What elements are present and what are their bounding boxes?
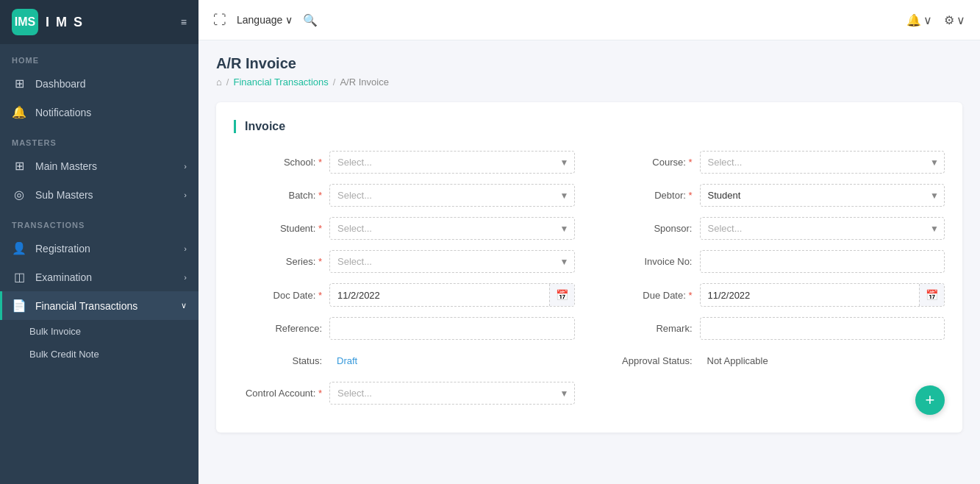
series-select[interactable]: Select... [329, 250, 575, 273]
sidebar-item-label: Registration [35, 243, 90, 255]
doc-date-row: Doc Date: * 📅 [234, 283, 575, 307]
notifications-icon: 🔔 [12, 105, 26, 119]
expand-icon[interactable]: ⛶ [213, 13, 226, 28]
debtor-row: Debtor: * Student ▼ [604, 184, 945, 207]
doc-date-input-wrapper: 📅 [329, 283, 575, 307]
chevron-right-icon: › [184, 273, 187, 282]
chevron-down-icon: ∨ [285, 14, 293, 26]
sidebar-item-label: Main Masters [35, 160, 97, 172]
sidebar-item-dashboard[interactable]: ⊞ Dashboard [0, 69, 198, 98]
sidebar-sub-item-bulk-invoice[interactable]: Bulk Invoice [0, 320, 198, 343]
sub-masters-icon: ◎ [12, 188, 26, 202]
remark-label: Remark: [604, 323, 693, 334]
chevron-down-icon: ∨ [181, 301, 187, 310]
control-account-select-wrapper: Select... ▼ [329, 382, 575, 405]
sponsor-select[interactable]: Select... [700, 217, 945, 240]
invoice-no-row: Invoice No: [604, 250, 945, 273]
sidebar-item-financial-transactions[interactable]: 📄 Financial Transactions ∨ [0, 291, 198, 320]
gear-chevron: ∨ [956, 13, 965, 27]
course-select[interactable]: Select... [700, 151, 945, 174]
school-select[interactable]: Select... [329, 151, 575, 174]
status-row: Status: Draft [234, 350, 575, 371]
calendar-icon[interactable]: 📅 [549, 284, 574, 306]
examination-icon: ◫ [12, 270, 26, 284]
page-content: A/R Invoice ⌂ / Financial Transactions /… [198, 40, 980, 484]
due-date-label: Due Date: * [604, 290, 693, 301]
search-icon[interactable]: 🔍 [303, 13, 318, 27]
main-panel: ⛶ Language ∨ 🔍 🔔 ∨ ⚙ ∨ A/R Invoice ⌂ / F… [198, 0, 980, 484]
sidebar-item-examination[interactable]: ◫ Examination › [0, 263, 198, 291]
left-column: School: * Select... ▼ Batch: * [234, 151, 575, 415]
breadcrumb-financial-transactions[interactable]: Financial Transactions [233, 76, 328, 88]
due-date-input-wrapper: 📅 [700, 283, 945, 307]
control-account-select[interactable]: Select... [329, 382, 575, 405]
home-icon[interactable]: ⌂ [216, 76, 222, 88]
language-selector[interactable]: Language ∨ [237, 14, 293, 26]
language-label: Language [237, 14, 282, 26]
app-logo: IMS [12, 9, 38, 35]
sidebar-item-main-masters[interactable]: ⊞ Main Masters › [0, 152, 198, 180]
sidebar-sub-item-label: Bulk Invoice [29, 326, 81, 337]
sidebar-item-label: Financial Transactions [35, 300, 137, 312]
school-row: School: * Select... ▼ [234, 151, 575, 174]
student-select-wrapper: Select... ▼ [329, 217, 575, 240]
sidebar-item-notifications[interactable]: 🔔 Notifications [0, 98, 198, 127]
sponsor-label: Sponsor: [604, 223, 693, 234]
doc-date-input[interactable] [330, 285, 549, 306]
sidebar-sub-item-label: Bulk Credit Note [29, 349, 99, 360]
dashboard-icon: ⊞ [12, 76, 26, 90]
breadcrumb: ⌂ / Financial Transactions / A/R Invoice [216, 76, 962, 88]
series-row: Series: * Select... ▼ [234, 250, 575, 273]
right-column: Course: * Select... ▼ Debtor: * [604, 151, 945, 415]
debtor-select-wrapper: Student ▼ [700, 184, 945, 207]
due-date-row: Due Date: * 📅 [604, 283, 945, 307]
reference-label: Reference: [234, 323, 322, 334]
school-label: School: * [234, 157, 322, 168]
course-row: Course: * Select... ▼ [604, 151, 945, 174]
sidebar-item-registration[interactable]: 👤 Registration › [0, 234, 198, 263]
due-date-input[interactable] [701, 285, 920, 306]
student-row: Student: * Select... ▼ [234, 217, 575, 240]
sidebar-item-label: Examination [35, 271, 92, 283]
section-label-home: HOME [0, 44, 198, 69]
sponsor-row: Sponsor: Select... ▼ [604, 217, 945, 240]
invoice-no-input[interactable] [700, 250, 945, 273]
school-select-wrapper: Select... ▼ [329, 151, 575, 174]
student-select[interactable]: Select... [329, 217, 575, 240]
course-select-wrapper: Select... ▼ [700, 151, 945, 174]
financial-transactions-icon: 📄 [12, 299, 26, 313]
remark-row: Remark: [604, 317, 945, 340]
settings-button[interactable]: ⚙ ∨ [944, 13, 965, 27]
batch-select[interactable]: Select... [329, 184, 575, 207]
bell-chevron: ∨ [923, 13, 932, 27]
remark-input[interactable] [700, 317, 945, 340]
batch-select-wrapper: Select... ▼ [329, 184, 575, 207]
gear-icon: ⚙ [944, 13, 954, 27]
series-select-wrapper: Select... ▼ [329, 250, 575, 273]
main-masters-icon: ⊞ [12, 159, 26, 173]
section-label-transactions: TRANSACTIONS [0, 209, 198, 234]
hamburger-icon[interactable]: ≡ [181, 16, 187, 28]
notifications-bell-button[interactable]: 🔔 ∨ [906, 13, 932, 27]
registration-icon: 👤 [12, 241, 26, 255]
control-account-row: Control Account: * Select... ▼ [234, 382, 575, 405]
due-date-calendar-icon[interactable]: 📅 [919, 284, 944, 306]
batch-row: Batch: * Select... ▼ [234, 184, 575, 207]
sidebar-sub-item-bulk-credit-note[interactable]: Bulk Credit Note [0, 343, 198, 366]
debtor-select[interactable]: Student [700, 184, 945, 207]
sidebar: IMS I M S ≡ HOME ⊞ Dashboard 🔔 Notificat… [0, 0, 198, 484]
fab-button[interactable]: + [915, 385, 945, 415]
topbar-right: 🔔 ∨ ⚙ ∨ [906, 13, 965, 27]
invoice-card: Invoice School: * Select... ▼ [216, 102, 962, 433]
reference-input[interactable] [329, 317, 575, 340]
bell-icon: 🔔 [906, 13, 921, 27]
approval-status-row: Approval Status: Not Applicable [604, 350, 945, 371]
breadcrumb-ar-invoice: A/R Invoice [340, 76, 388, 88]
plus-icon: + [926, 391, 935, 410]
form-grid: School: * Select... ▼ Batch: * [234, 151, 945, 415]
student-label: Student: * [234, 223, 322, 234]
sidebar-item-sub-masters[interactable]: ◎ Sub Masters › [0, 180, 198, 209]
doc-date-label: Doc Date: * [234, 290, 322, 301]
sidebar-header: IMS I M S ≡ [0, 0, 198, 44]
topbar: ⛶ Language ∨ 🔍 🔔 ∨ ⚙ ∨ [198, 0, 980, 40]
